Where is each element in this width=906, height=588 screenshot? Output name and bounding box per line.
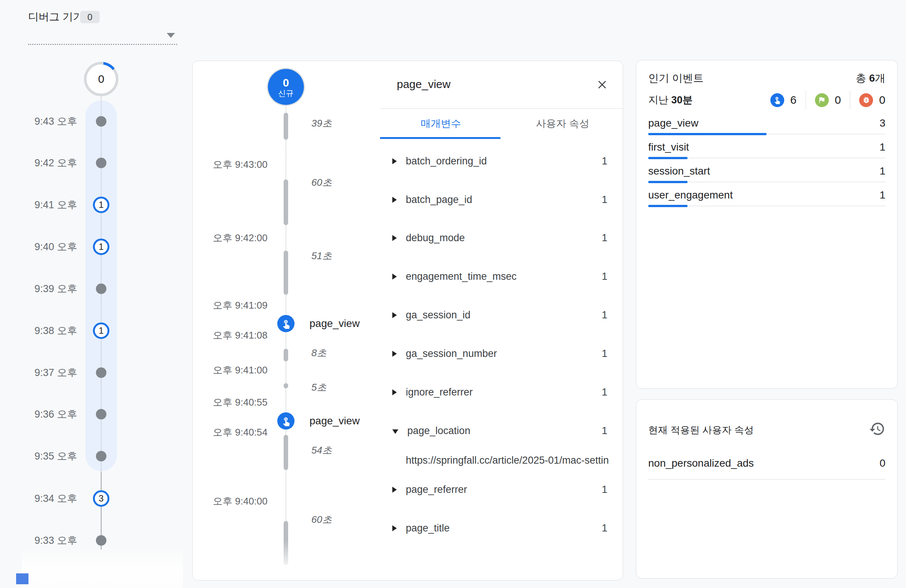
minute-marker[interactable] — [93, 448, 109, 464]
expand-triangle-icon[interactable] — [392, 389, 397, 395]
minute-marker[interactable] — [93, 280, 109, 297]
minute-entry-time: 9:39 오후 — [15, 282, 77, 295]
param-row[interactable]: ignore_referrer 1 — [392, 387, 608, 398]
stream-timestamp: 오후 9:43:00 — [207, 158, 268, 171]
param-name: batch_ordering_id — [406, 155, 487, 167]
expand-triangle-icon[interactable] — [392, 351, 397, 357]
minute-entry[interactable]: 9:41 오후 1 — [15, 196, 117, 214]
minute-entry-time: 9:34 오후 — [15, 492, 77, 505]
param-row[interactable]: page_title 1 — [392, 523, 608, 534]
minute-entry[interactable]: 9:36 오후 — [15, 405, 117, 423]
minute-marker[interactable]: 1 — [93, 239, 109, 255]
minute-marker[interactable] — [93, 406, 109, 422]
stream-timestamp: 오후 9:40:55 — [207, 396, 268, 409]
minute-marker[interactable] — [93, 155, 109, 171]
minute-entry[interactable]: 9:40 오후 1 — [15, 238, 117, 256]
param-value: 1 — [602, 232, 608, 244]
param-name: page_location — [407, 425, 470, 437]
event-count-bar — [648, 157, 687, 159]
top-event-row[interactable]: session_start 1 — [648, 165, 885, 183]
minute-entry[interactable]: 9:34 오후 3 — [15, 489, 117, 507]
param-row[interactable]: page_referrer 1 — [392, 484, 608, 496]
expand-triangle-icon[interactable] — [392, 429, 398, 434]
param-value: 1 — [602, 523, 608, 534]
minute-entry[interactable]: 9:35 오후 — [15, 447, 117, 465]
param-row[interactable]: ga_session_id 1 — [392, 309, 608, 321]
top-events-title: 인기 이벤트 — [648, 71, 703, 85]
top-event-count: 1 — [879, 165, 885, 177]
top-event-row[interactable]: first_visit 1 — [648, 141, 885, 159]
param-row[interactable]: page_location 1 — [392, 425, 608, 437]
history-icon[interactable] — [869, 421, 885, 438]
event-count-track — [648, 205, 885, 207]
expand-triangle-icon[interactable] — [392, 158, 397, 164]
minute-entry-time: 9:43 오후 — [15, 115, 77, 128]
bug-icon — [859, 93, 873, 107]
engagement-duration-label: 39초 — [311, 117, 332, 130]
param-row[interactable]: ga_session_number 1 — [392, 348, 608, 360]
current-minute-ring: 0 — [84, 62, 118, 96]
flag-icon — [815, 93, 829, 107]
param-value: 1 — [602, 348, 608, 360]
minute-marker[interactable]: 3 — [93, 490, 109, 507]
tab-parameters[interactable]: 매개변수 — [380, 108, 502, 139]
tab-user-properties[interactable]: 사용자 속성 — [502, 108, 623, 139]
minute-marker[interactable]: 1 — [93, 197, 109, 213]
minute-entry-time: 9:38 오후 — [15, 324, 77, 338]
stream-event-row[interactable]: page_view — [277, 412, 360, 430]
minute-marker[interactable]: 1 — [93, 322, 109, 339]
minute-entry[interactable]: 9:38 오후 1 — [15, 322, 117, 340]
top-event-row[interactable]: page_view 3 — [648, 117, 885, 135]
param-name: debug_mode — [406, 232, 465, 244]
param-row[interactable]: debug_mode 1 — [392, 232, 608, 244]
param-value: 1 — [602, 194, 608, 206]
expand-triangle-icon[interactable] — [392, 486, 397, 492]
engagement-segment — [284, 349, 288, 362]
new-events-badge[interactable]: 0 신규 — [268, 69, 304, 105]
param-value: 1 — [602, 309, 608, 321]
minute-entry[interactable]: 9:37 오후 — [15, 364, 117, 382]
stream-timestamp: 오후 9:41:00 — [207, 364, 268, 377]
stream-event-name: page_view — [309, 317, 360, 330]
engagement-duration-label: 54초 — [311, 444, 332, 457]
top-event-row[interactable]: user_engagement 1 — [648, 189, 885, 207]
event-detail-panel: page_view 매개변수 사용자 속성 batch_ordering_id … — [380, 61, 623, 580]
param-row[interactable]: engagement_time_msec 1 — [392, 271, 608, 282]
stream-timestamp: 오후 9:40:54 — [207, 426, 268, 439]
minute-marker[interactable] — [93, 113, 109, 129]
close-icon[interactable] — [593, 76, 611, 93]
stream-event-row[interactable]: page_view — [277, 315, 360, 332]
minute-entry[interactable]: 9:42 오후 — [15, 154, 117, 172]
stream-timestamp: 오후 9:41:09 — [207, 299, 268, 312]
minute-marker[interactable] — [93, 365, 109, 381]
current-minute-count: 0 — [86, 64, 116, 94]
expand-triangle-icon[interactable] — [392, 312, 397, 318]
expand-triangle-icon[interactable] — [392, 197, 397, 202]
minute-entry-time: 9:37 오후 — [15, 366, 77, 379]
param-row[interactable]: batch_page_id 1 — [392, 194, 608, 206]
user-properties-card: 현재 적용된 사용자 속성 non_personalized_ads 0 — [636, 399, 898, 578]
stat-events: 6 — [770, 93, 797, 107]
minute-entry[interactable]: 9:43 오후 — [15, 112, 117, 130]
engagement-duration-label: 60초 — [311, 513, 332, 526]
top-event-name: page_view — [648, 117, 699, 129]
engagement-segment — [284, 250, 288, 295]
engagement-duration-label: 51초 — [311, 249, 332, 263]
top-event-name: session_start — [648, 165, 710, 177]
event-count-track — [648, 133, 885, 135]
device-selector-dropdown[interactable] — [28, 22, 177, 45]
param-row[interactable]: batch_ordering_id 1 — [392, 155, 608, 167]
engagement-segment — [284, 179, 288, 225]
param-name: ga_session_number — [406, 348, 497, 360]
expand-triangle-icon[interactable] — [392, 525, 397, 531]
top-event-name: first_visit — [648, 141, 689, 153]
expand-triangle-icon[interactable] — [392, 235, 397, 241]
tap-icon — [277, 315, 295, 332]
engagement-duration-label: 8초 — [311, 346, 326, 360]
stat-conversions: 0 — [815, 93, 841, 107]
user-property-row[interactable]: non_personalized_ads 0 — [648, 457, 885, 480]
minute-entry[interactable]: 9:39 오후 — [15, 280, 117, 298]
expand-triangle-icon[interactable] — [392, 273, 397, 279]
user-property-value: 0 — [879, 457, 885, 469]
minute-entry-time: 9:33 오후 — [15, 534, 77, 547]
